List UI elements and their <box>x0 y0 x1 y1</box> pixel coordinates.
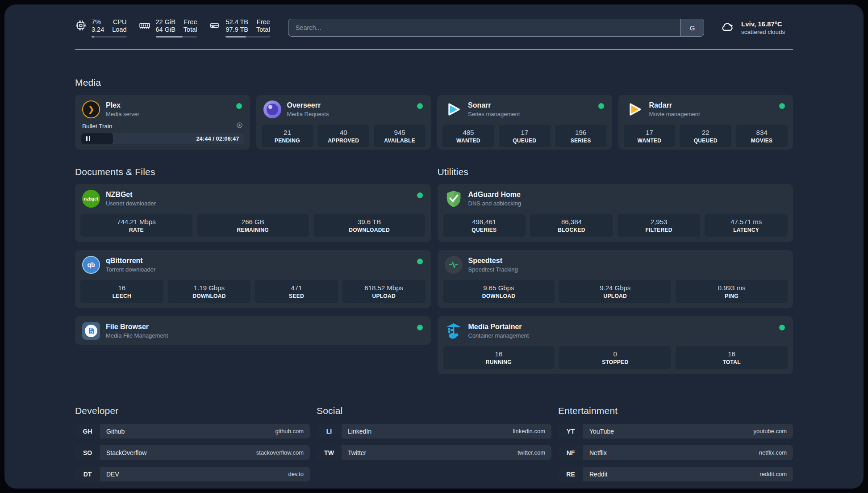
bookmark-linkedin[interactable]: LI LinkedInlinkedin.com <box>317 424 551 439</box>
app-name: AdGuard Home <box>468 191 522 199</box>
bookmark-dev[interactable]: DT DEVdev.to <box>75 467 310 481</box>
app-name: Overseerr <box>287 101 329 109</box>
bookmark-stackoverflow[interactable]: SO StackOverflowstackoverflow.com <box>75 445 310 460</box>
stat-leech: 16LEECH <box>80 280 163 303</box>
stat-upload: 618.52 MbpsUPLOAD <box>342 280 426 303</box>
stat-approved: 40APPROVED <box>317 125 369 147</box>
cpu-icon <box>75 18 87 33</box>
app-card-nzbget[interactable]: nzbget NZBGet Usenet downloader 744.21 M… <box>75 184 431 242</box>
bookmark-abbr: RE <box>558 467 583 481</box>
cpu-progress-bar <box>92 36 127 38</box>
bookmark-youtube[interactable]: YT YouTubeyoutube.com <box>558 424 793 439</box>
app-card-filebrowser[interactable]: File Browser Media File Management <box>75 316 431 345</box>
stat-filtered: 2,953FILTERED <box>618 214 701 237</box>
disk-total-label: Total <box>256 26 270 33</box>
disk-total-value: 97.9 TB <box>225 26 248 33</box>
disk-free-value: 52.4 TB <box>225 18 248 25</box>
stat-queries: 498,461QUERIES <box>443 214 526 237</box>
app-description: Speedtest Tracking <box>468 266 518 273</box>
stat-running: 16RUNNING <box>443 346 555 369</box>
disc-icon[interactable] <box>236 122 243 130</box>
memory-total-label: Total <box>184 26 197 33</box>
filebrowser-icon <box>82 322 100 340</box>
status-online-dot <box>236 103 242 109</box>
stat-remaining: 266 GBREMAINING <box>197 214 309 237</box>
status-online-dot <box>417 325 423 330</box>
stat-total: 16TOTAL <box>676 346 788 369</box>
qbittorrent-icon: qb <box>82 256 100 274</box>
bookmark-reddit[interactable]: RE Redditreddit.com <box>558 467 793 481</box>
cpu-usage-value: 7% <box>92 18 104 25</box>
stat-wanted: 17WANTED <box>624 125 676 147</box>
disk-progress-bar <box>225 36 270 38</box>
now-playing-title: Bullet Train <box>82 123 113 130</box>
weather-location: Lviv, 16.87°C <box>741 20 785 28</box>
app-description: Media server <box>106 111 139 117</box>
status-online-dot <box>417 103 423 109</box>
stat-seed: 471SEED <box>255 280 338 303</box>
app-card-radarr[interactable]: Radarr Movie management 17WANTED 22QUEUE… <box>618 95 793 150</box>
app-description: DNS and adblocking <box>468 200 522 207</box>
section-title-entertainment: Entertainment <box>558 405 793 416</box>
search-engine-button[interactable]: G <box>680 19 704 36</box>
playback-progress-bar[interactable]: 24:44 / 02:06:47 <box>81 133 244 144</box>
app-description: Series management <box>468 111 520 117</box>
overseerr-icon <box>263 100 281 118</box>
stat-queued: 17QUEUED <box>499 125 551 147</box>
disk-stat-widget: 52.4 TB Free 97.9 TB Total <box>209 18 270 38</box>
search-bar: G <box>288 19 704 37</box>
app-description: Media Requests <box>287 111 329 117</box>
app-description: Usenet downloader <box>106 200 156 207</box>
app-card-speedtest[interactable]: Speedtest Speedtest Tracking 9.65 GbpsDO… <box>438 250 793 308</box>
bookmark-netflix[interactable]: NF Netflixnetflix.com <box>558 445 793 460</box>
stat-available: 945AVAILABLE <box>374 125 426 147</box>
disk-free-label: Free <box>256 18 270 25</box>
nzbget-icon: nzbget <box>82 190 100 208</box>
app-name: Radarr <box>649 101 700 109</box>
speedtest-icon <box>445 256 463 274</box>
search-input[interactable] <box>288 19 704 37</box>
app-card-sonarr[interactable]: Sonarr Series management 485WANTED 17QUE… <box>437 95 612 150</box>
memory-stat-widget: 22 GiB Free 64 GiB Total <box>138 18 197 38</box>
stat-stopped: 0STOPPED <box>559 346 671 369</box>
app-name: Plex <box>106 101 139 109</box>
memory-icon <box>138 18 151 33</box>
stat-wanted: 485WANTED <box>442 125 494 147</box>
section-title-social: Social <box>317 405 551 416</box>
app-card-portainer[interactable]: Media Portainer Container management 16R… <box>438 316 793 374</box>
sonarr-icon <box>444 100 462 118</box>
app-card-adguard[interactable]: AdGuard Home DNS and adblocking 498,461Q… <box>438 184 793 242</box>
bookmark-twitter[interactable]: TW Twittertwitter.com <box>317 445 551 460</box>
pause-icon[interactable] <box>86 135 92 143</box>
stat-latency: 47.571 msLATENCY <box>705 214 788 237</box>
app-description: Media File Management <box>106 332 168 339</box>
bookmark-abbr: GH <box>75 424 100 439</box>
portainer-icon <box>445 322 463 340</box>
header-divider <box>75 49 793 50</box>
memory-progress-bar <box>156 36 197 38</box>
status-online-dot <box>417 259 423 264</box>
app-description: Container management <box>468 332 529 339</box>
cpu-stat-widget: 7% CPU 3.24 Load <box>75 18 127 38</box>
bookmark-abbr: YT <box>558 424 583 439</box>
radarr-icon <box>626 100 643 118</box>
stat-movies: 834MOVIES <box>736 125 788 147</box>
app-name: File Browser <box>106 323 168 331</box>
weather-widget: Lviv, 16.87°C scattered clouds <box>719 20 793 36</box>
cpu-usage-label: CPU <box>112 18 126 25</box>
status-online-dot <box>598 103 604 109</box>
app-card-overseerr[interactable]: Overseerr Media Requests 21PENDING 40APP… <box>256 95 431 150</box>
stat-rate: 744.21 MbpsRATE <box>80 214 192 237</box>
app-card-plex[interactable]: ❯ Plex Media server Bullet Train <box>75 95 250 150</box>
stat-ping: 0.993 msPING <box>676 280 788 303</box>
stat-download: 9.65 GbpsDOWNLOAD <box>443 280 555 303</box>
section-title-developer: Developer <box>75 405 310 416</box>
adguard-icon <box>445 190 463 208</box>
app-card-qbittorrent[interactable]: qb qBittorrent Torrent downloader 16LEEC… <box>75 250 431 308</box>
cloud-icon <box>719 20 735 36</box>
stat-pending: 21PENDING <box>262 125 313 147</box>
app-name: NZBGet <box>106 191 156 199</box>
bookmark-abbr: NF <box>558 445 583 460</box>
disk-icon <box>209 18 221 33</box>
bookmark-github[interactable]: GH Githubgithub.com <box>75 424 310 439</box>
